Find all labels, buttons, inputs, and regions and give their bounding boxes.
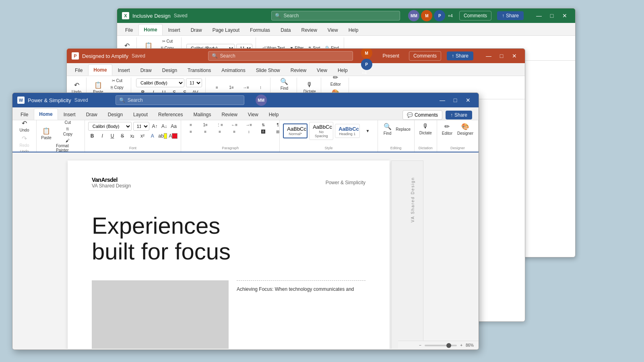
front-alignright-button[interactable]: ≡ xyxy=(213,129,226,135)
styles-dropdown-button[interactable]: ▼ xyxy=(361,128,374,134)
front-indent-button[interactable]: →≡ xyxy=(242,122,255,128)
mid-tab-transitions[interactable]: Transitions xyxy=(183,65,216,76)
front-replace-button[interactable]: Replace xyxy=(396,126,411,132)
front-clearformat-button[interactable]: Aa xyxy=(170,122,178,131)
front-tab-design[interactable]: Design xyxy=(103,109,128,120)
front-shading-button[interactable]: 🅰 xyxy=(257,129,270,135)
front-copy-button[interactable]: ⎘ Copy xyxy=(54,126,81,137)
front-formatpainter-button[interactable]: 🖌 Format Painter xyxy=(54,138,81,153)
zoom-plus-button[interactable]: + xyxy=(460,343,462,348)
front-italic-button[interactable]: I xyxy=(98,132,107,140)
mid-tab-animations[interactable]: Animations xyxy=(217,65,250,76)
front-tab-home[interactable]: Home xyxy=(34,109,58,120)
mid-share-button[interactable]: ↑ Share xyxy=(447,51,473,60)
front-subscript-button[interactable]: x₂ xyxy=(128,132,136,140)
maximize-button-back[interactable]: □ xyxy=(546,11,557,21)
back-comments-button[interactable]: Comments xyxy=(459,11,491,21)
front-texteffects-button[interactable]: A xyxy=(148,132,157,140)
mid-comments-button[interactable]: Comments xyxy=(409,51,441,61)
front-size-selector[interactable]: 11 xyxy=(133,122,149,131)
mid-tab-slideshow[interactable]: Slide Show xyxy=(251,65,285,76)
style-nospacing-button[interactable]: AaBbCc No Spacing xyxy=(309,122,333,140)
close-button-mid[interactable]: ✕ xyxy=(509,51,520,61)
back-tab-formulas[interactable]: Formulas xyxy=(245,25,275,35)
front-undo-button[interactable]: ↶ Undo xyxy=(16,120,33,133)
mid-tab-file[interactable]: File xyxy=(70,65,87,76)
front-grow-font-button[interactable]: A↑ xyxy=(151,122,159,131)
mid-tab-insert[interactable]: Insert xyxy=(113,65,135,76)
close-button-back[interactable]: ✕ xyxy=(559,11,570,21)
front-superscript-button[interactable]: x² xyxy=(138,132,147,140)
mid-present-button[interactable]: Present xyxy=(379,51,403,60)
minimize-button-front[interactable]: — xyxy=(437,95,448,105)
back-tab-home[interactable]: Home xyxy=(138,24,162,35)
maximize-button-front[interactable]: □ xyxy=(450,95,461,105)
mid-indent-button[interactable]: →≡ xyxy=(239,84,252,90)
front-comments-button[interactable]: 💬 Comments xyxy=(402,110,442,120)
mid-tab-review[interactable]: Review xyxy=(286,65,311,76)
front-aligncenter-button[interactable]: ≡ xyxy=(199,129,212,135)
mid-tab-design[interactable]: Design xyxy=(157,65,182,76)
style-normal-button[interactable]: AaBbCc Normal* xyxy=(283,123,308,138)
front-find-button[interactable]: 🔍 Find xyxy=(381,122,394,136)
mid-copy-button[interactable]: ⎘ Copy xyxy=(107,84,128,90)
back-tab-file[interactable]: File xyxy=(120,25,138,35)
front-shrink-font-button[interactable]: A↓ xyxy=(160,122,168,131)
front-alignleft-button[interactable]: ≡ xyxy=(184,129,197,135)
zoom-slider[interactable] xyxy=(425,345,457,346)
back-tab-data[interactable]: Data xyxy=(276,25,295,35)
front-cut-button[interactable]: ✂ Cut xyxy=(54,120,81,125)
front-dictate-button[interactable]: 🎙 Dictate xyxy=(418,122,433,136)
front-tab-insert[interactable]: Insert xyxy=(59,109,80,120)
front-paste-button[interactable]: 📋 Paste xyxy=(40,126,53,141)
front-bold-button[interactable]: B xyxy=(88,132,97,140)
mid-bullets-button[interactable]: ≡ xyxy=(211,84,223,90)
front-multilevel-button[interactable]: ⋮≡ xyxy=(213,122,226,128)
back-tab-help[interactable]: Help xyxy=(344,25,363,35)
mid-columns-button[interactable]: ⫶ xyxy=(254,84,267,90)
front-designer-button[interactable]: 🎨 Designer xyxy=(456,122,475,136)
back-tab-view[interactable]: View xyxy=(323,25,343,35)
mid-numbering-button[interactable]: 1≡ xyxy=(225,84,238,90)
front-bullets-button[interactable]: ≡ xyxy=(184,122,197,128)
back-search-box[interactable]: 🔍 Search xyxy=(271,11,400,21)
front-strikethrough-button[interactable]: S xyxy=(118,132,127,140)
front-search-box[interactable]: 🔍 Search xyxy=(116,95,244,105)
front-redo-button[interactable]: ↷ Redo xyxy=(16,134,33,148)
front-tab-view[interactable]: View xyxy=(243,109,263,120)
front-editor-button[interactable]: ✏ Editor xyxy=(440,122,454,136)
front-fontcolor-button[interactable]: A xyxy=(169,132,178,140)
front-underline-button[interactable]: U xyxy=(108,132,117,140)
back-tab-review[interactable]: Review xyxy=(296,25,322,35)
minimize-button-back[interactable]: — xyxy=(533,11,545,21)
mid-find-button[interactable]: 🔍 Find xyxy=(278,77,291,91)
front-sort-button[interactable]: ⇅ xyxy=(257,122,270,128)
front-outdent-button[interactable]: ←≡ xyxy=(228,122,241,128)
front-font-selector[interactable]: Calibri (Body) xyxy=(88,122,132,131)
back-tab-insert[interactable]: Insert xyxy=(163,25,185,35)
mid-size-selector[interactable]: 11 xyxy=(186,78,202,87)
back-share-button[interactable]: ↑ Share xyxy=(497,11,524,20)
close-button-front[interactable]: ✕ xyxy=(462,95,474,105)
front-justify-button[interactable]: ≡ xyxy=(228,129,241,135)
mid-font-selector[interactable]: Calibri (Body) xyxy=(136,78,184,87)
back-tab-pagelayout[interactable]: Page Layout xyxy=(208,25,244,35)
front-tab-draw[interactable]: Draw xyxy=(81,109,102,120)
front-tab-references[interactable]: References xyxy=(153,109,188,120)
front-tab-review[interactable]: Review xyxy=(217,109,242,120)
front-share-button[interactable]: ↑ Share xyxy=(446,111,472,119)
back-tab-draw[interactable]: Draw xyxy=(186,25,207,35)
front-linespacing-button[interactable]: ↕ xyxy=(242,129,255,135)
front-tab-help[interactable]: Help xyxy=(264,109,284,120)
front-tab-file[interactable]: File xyxy=(16,109,33,120)
mid-tab-home[interactable]: Home xyxy=(88,64,112,76)
front-numbering-button[interactable]: 1≡ xyxy=(199,122,212,128)
mid-cut-button[interactable]: ✂ Cut xyxy=(107,78,128,84)
back-cut-button[interactable]: ✂ Cut xyxy=(157,38,178,44)
minimize-button-mid[interactable]: — xyxy=(483,51,494,61)
mid-search-box[interactable]: 🔍 Search xyxy=(208,51,353,61)
front-tab-layout[interactable]: Layout xyxy=(128,109,153,120)
style-heading1-button[interactable]: AaBbCc Heading 1 xyxy=(335,124,359,138)
mid-tab-draw[interactable]: Draw xyxy=(136,65,157,76)
maximize-button-mid[interactable]: □ xyxy=(496,51,507,61)
